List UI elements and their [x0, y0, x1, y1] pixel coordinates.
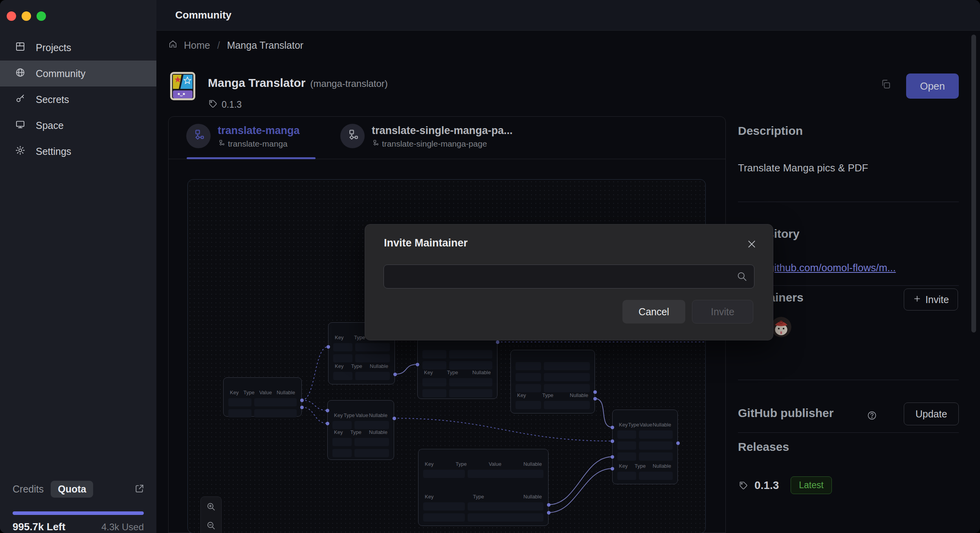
flow-port[interactable] — [611, 455, 614, 459]
node-column-label: Type — [447, 369, 458, 375]
description-heading: Description — [738, 124, 803, 138]
flow-port[interactable] — [611, 426, 614, 429]
sidebar-item-label: Community — [36, 68, 85, 79]
sidebar-item-community[interactable]: Community — [0, 61, 156, 86]
divider — [738, 432, 959, 433]
flow-port[interactable] — [676, 441, 680, 445]
invite-submit-button[interactable]: Invite — [692, 300, 753, 323]
flow-port[interactable] — [593, 390, 597, 394]
cancel-button[interactable]: Cancel — [622, 300, 685, 323]
sidebar-item-label: Secrets — [36, 94, 69, 105]
description-text: Translate Manga pics & PDF — [738, 162, 868, 174]
invite-button[interactable]: Invite — [904, 289, 958, 311]
monitor-icon — [15, 119, 26, 132]
flow-small-icon — [218, 139, 225, 149]
node-column-label: Type — [455, 461, 466, 467]
scrollbar-thumb[interactable] — [971, 35, 976, 333]
node-column-label: Key — [335, 335, 343, 340]
update-button[interactable]: Update — [904, 403, 959, 425]
flow-port[interactable] — [327, 345, 330, 349]
node-column-label: Nullable — [369, 412, 387, 418]
flow-node[interactable]: KeyTypeNullable — [417, 338, 497, 399]
flow-port[interactable] — [416, 363, 419, 366]
minimize-window-button[interactable] — [22, 11, 31, 21]
flow-port[interactable] — [593, 397, 597, 401]
grid-icon — [15, 41, 26, 54]
node-column-label: Nullable — [523, 494, 542, 500]
node-column-label: Key — [619, 422, 628, 428]
sidebar: ProjectsCommunitySecretsSpaceSettings Cr… — [0, 0, 156, 533]
node-column-label: Key — [334, 429, 343, 435]
github-publisher-heading: GitHub publisher — [738, 406, 833, 420]
active-tab-underline — [187, 157, 316, 159]
flow-node[interactable]: KeyTypeValueNullableKeyTypeNullable — [418, 449, 549, 526]
external-link-icon[interactable] — [134, 483, 145, 495]
breadcrumb-home-label: Home — [184, 40, 210, 51]
sidebar-item-projects[interactable]: Projects — [0, 35, 156, 61]
flow-port[interactable] — [326, 422, 329, 425]
flow-port[interactable] — [300, 406, 304, 409]
flow-port[interactable] — [496, 340, 499, 344]
flow-tabbar: translate-manga translate-manga translat… — [169, 117, 725, 159]
gear-icon — [15, 145, 26, 158]
node-column-label: Value — [489, 461, 501, 467]
credits-panel: Credits Quota 995.7k Left 4.3k Used — [0, 476, 156, 533]
flow-port[interactable] — [393, 373, 397, 376]
package-version: 0.1.3 — [222, 99, 242, 110]
releases-heading: Releases — [738, 440, 789, 454]
package-slug: (manga-translator) — [310, 78, 387, 89]
help-icon[interactable] — [867, 410, 877, 422]
tab-label: translate-manga — [218, 125, 300, 137]
flow-node[interactable]: KeyTypeValueNullableKeyTypeNullable — [327, 400, 394, 460]
sidebar-item-secrets[interactable]: Secrets — [0, 86, 156, 112]
quota-chip[interactable]: Quota — [51, 481, 93, 498]
node-column-label: Type — [351, 363, 362, 369]
node-column-label: Key — [334, 412, 343, 418]
node-column-label: Key — [425, 461, 433, 467]
node-column-label: Nullable — [653, 463, 671, 469]
flow-port[interactable] — [547, 503, 551, 507]
invite-search-input[interactable] — [384, 265, 754, 289]
flow-port[interactable] — [300, 399, 304, 402]
canvas-zoom-toolbar — [200, 496, 222, 533]
zoom-out-icon[interactable] — [206, 520, 216, 531]
node-column-label: Type — [628, 422, 639, 428]
breadcrumb-current: Manga Translator — [227, 40, 304, 51]
flow-port[interactable] — [393, 417, 396, 420]
flow-port[interactable] — [547, 511, 551, 515]
close-window-button[interactable] — [7, 11, 16, 21]
flow-node[interactable]: KeyTypeValueNullableKeyTypeNullable — [612, 410, 678, 484]
tab-translate-manga[interactable]: translate-manga translate-manga — [186, 124, 300, 149]
node-column-label: Type — [351, 429, 362, 435]
breadcrumb-separator: / — [217, 40, 220, 51]
credits-label: Credits — [13, 483, 44, 495]
zoom-in-icon[interactable] — [206, 502, 216, 512]
latest-badge: Latest — [791, 476, 832, 494]
flow-node[interactable]: KeyTypeValueNullable — [223, 377, 302, 417]
maintainer-avatar[interactable] — [771, 317, 791, 337]
node-column-label: Type — [343, 412, 354, 418]
flow-node[interactable]: KeyTypeNullable — [510, 350, 595, 414]
node-column-label: Key — [424, 369, 433, 375]
breadcrumb: Home / Manga Translator — [168, 39, 303, 51]
window-controls — [7, 11, 46, 21]
node-column-label: Value — [640, 422, 652, 428]
node-column-label: Type — [243, 390, 254, 395]
breadcrumb-home[interactable]: Home — [168, 39, 210, 51]
node-column-label: Nullable — [277, 390, 295, 395]
node-column-label: Nullable — [523, 461, 542, 467]
sidebar-item-space[interactable]: Space — [0, 112, 156, 138]
tab-translate-single-manga-page[interactable]: translate-single-manga-pa... translate-s… — [340, 124, 513, 149]
package-icon — [170, 72, 196, 101]
node-column-label: Type — [635, 463, 646, 469]
flow-port[interactable] — [326, 409, 329, 412]
sidebar-item-label: Projects — [36, 42, 71, 53]
flow-port[interactable] — [611, 439, 614, 443]
close-icon[interactable] — [746, 239, 757, 251]
tag-icon — [208, 99, 218, 110]
sidebar-item-settings[interactable]: Settings — [0, 138, 156, 164]
maximize-window-button[interactable] — [37, 11, 46, 21]
node-column-label: Type — [473, 494, 484, 500]
node-column-label: Nullable — [472, 369, 491, 375]
flow-port[interactable] — [611, 467, 614, 471]
